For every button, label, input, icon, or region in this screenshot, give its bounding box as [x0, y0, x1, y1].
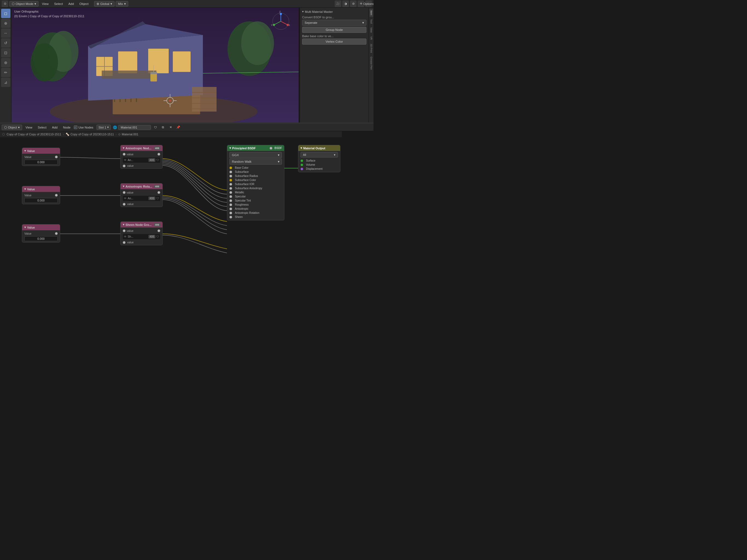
node-view-menu[interactable]: View — [23, 125, 34, 130]
viewport-3d[interactable]: Z X Y User Orthographic (0) Envirn | Cop… — [11, 8, 299, 123]
node-node-menu[interactable]: Node — [61, 125, 73, 130]
metallic-socket[interactable] — [229, 191, 232, 194]
material-dropdown[interactable]: Material.001 — [118, 125, 151, 130]
vr-tab[interactable]: VR — [369, 35, 373, 42]
view-menu[interactable]: View — [40, 2, 51, 6]
collapse-icon: ▾ — [123, 146, 124, 150]
select-tool-button[interactable]: ◻ — [1, 9, 10, 18]
all-dropdown[interactable]: All ▾ — [301, 152, 338, 157]
displacement-socket[interactable] — [301, 168, 303, 170]
base-color-socket[interactable] — [229, 167, 232, 169]
value-output-socket-2[interactable] — [55, 194, 58, 197]
sheen-input-socket[interactable] — [123, 229, 126, 232]
sheen-socket[interactable] — [229, 216, 232, 219]
volume-socket[interactable] — [301, 163, 303, 166]
viewport-shading-icon[interactable]: ◑ — [342, 1, 349, 7]
sheen-output-socket[interactable] — [157, 229, 160, 232]
slot-dropdown[interactable]: Slot 1 ▾ — [97, 125, 111, 130]
move-button[interactable]: ↔ — [1, 28, 10, 38]
anisotropic-socket[interactable] — [229, 207, 232, 210]
aniso-bottom-socket-1[interactable] — [123, 164, 126, 167]
socket-row-anisotropic: Anisotropic — [229, 207, 282, 211]
roughness-socket[interactable] — [229, 203, 232, 206]
3d-print-tab[interactable]: 3D-Print — [369, 42, 373, 54]
subsurface-radius-socket[interactable] — [229, 175, 232, 177]
value-output-socket-3[interactable] — [55, 232, 58, 235]
subsurface-socket[interactable] — [229, 171, 232, 173]
subsurface-ior-socket[interactable] — [229, 183, 232, 186]
bsdf-output-socket[interactable] — [269, 147, 272, 150]
sheen-sub-label: Sh... — [128, 235, 133, 238]
subsurface-color-socket[interactable] — [229, 179, 232, 182]
value-node-3[interactable]: ▾ Value Value 0.000 — [22, 224, 60, 243]
socket-row-surface: Surface — [301, 159, 338, 163]
mix-dropdown[interactable]: Mix ▾ — [115, 1, 128, 6]
ggx-dropdown[interactable]: GGX ▾ — [229, 152, 282, 158]
random-walk-dropdown[interactable]: Random Walk ▾ — [229, 159, 282, 164]
value-field-3[interactable]: 0.000 — [24, 236, 58, 241]
aniso-output-socket-2[interactable] — [157, 191, 160, 194]
tool-tab[interactable]: Tool — [369, 18, 373, 25]
surface-socket[interactable] — [301, 159, 303, 162]
node-select-menu[interactable]: Select — [35, 125, 49, 130]
anisotropic-node-2[interactable]: ▾ Anisotropic Rota... 406 value 👁 An... … — [120, 183, 163, 207]
node-mode-dropdown[interactable]: ⬡ Object ▾ — [2, 125, 22, 130]
socket-row-displacement: Displacement — [301, 167, 338, 171]
breadcrumb-item-2[interactable]: 🦴 Copy of Copy of 20230110-1511 — [66, 133, 114, 136]
material-pin-icon[interactable]: 📌 — [175, 124, 182, 131]
overlay-icon[interactable]: ⊘ — [350, 1, 357, 7]
aniso-output-socket-1[interactable] — [157, 153, 160, 156]
subsurface-ior-label: Subsurface IOR — [235, 183, 254, 186]
material-copy-icon[interactable]: ⧉ — [160, 124, 166, 131]
sheen-bottom-socket[interactable] — [123, 241, 126, 244]
aniso-input-socket-1[interactable] — [123, 153, 126, 156]
item-tab[interactable]: Item — [369, 9, 373, 17]
options-button[interactable]: Options — [365, 1, 372, 7]
add-menu[interactable]: Add — [66, 2, 76, 6]
specular-tint-socket[interactable] — [229, 199, 232, 202]
scale-button[interactable]: ⊡ — [1, 48, 10, 57]
anisotropic-node-1[interactable]: ▾ Anisotropic Nod... 406 value 👁 An... 4… — [120, 145, 163, 169]
value-output-socket-1[interactable] — [55, 156, 58, 158]
node-canvas[interactable]: ▾ Value Value 0.000 ▾ Value Value 0.000 … — [0, 137, 374, 280]
viewport-node-divider[interactable] — [0, 123, 374, 124]
vertex-color-button[interactable]: Vertex Color — [302, 39, 366, 45]
annotate-button[interactable]: ✏ — [1, 68, 10, 77]
breadcrumb-item-3[interactable]: ⊙ Material.001 — [118, 133, 138, 136]
anisotropic-rotation-socket[interactable] — [229, 212, 232, 214]
value-node-1[interactable]: ▾ Value Value 0.000 — [22, 148, 60, 166]
render-icon[interactable]: 🎥 — [335, 1, 341, 7]
grease-pen-tab[interactable]: Grease Pen — [369, 55, 373, 71]
view-tab[interactable]: View — [369, 26, 373, 34]
value-field-2[interactable]: 0.000 — [24, 198, 58, 203]
object-menu[interactable]: Object — [77, 2, 91, 6]
principled-bsdf-node[interactable]: ▾ Principled BSDF BSDF GGX ▾ Random Walk… — [227, 145, 284, 221]
value-node-2-body: Value 0.000 — [22, 192, 60, 204]
bsdf-label: BSDF — [275, 147, 282, 150]
anisotropic-rotation-label: Anisotropic Rotation — [235, 211, 259, 214]
material-close-icon[interactable]: ✕ — [168, 124, 174, 131]
value-node-2[interactable]: ▾ Value Value 0.000 — [22, 186, 60, 204]
subsurface-aniso-label: Subsurface Anisotropy — [235, 187, 262, 190]
node-add-menu[interactable]: Add — [50, 125, 60, 130]
group-node-button[interactable]: Group Node — [302, 27, 366, 33]
mix-label: Mix — [118, 2, 123, 5]
aniso-input-socket-2[interactable] — [123, 191, 126, 194]
displacement-label: Displacement — [306, 167, 323, 170]
use-nodes-checkbox[interactable] — [74, 126, 77, 129]
select-menu[interactable]: Select — [52, 2, 65, 6]
cursor-button[interactable]: ⊕ — [1, 19, 10, 28]
object-mode-dropdown[interactable]: ⬡ Object Mode ▾ — [9, 1, 38, 6]
aniso-bottom-socket-2[interactable] — [123, 203, 126, 206]
value-field-1[interactable]: 0.000 — [24, 160, 58, 164]
measure-button[interactable]: ⊿ — [1, 78, 10, 87]
material-output-node[interactable]: ▾ Material Output All ▾ Surface Volume D — [298, 145, 340, 172]
subsurface-aniso-socket[interactable] — [229, 187, 232, 190]
separate-dropdown[interactable]: Seperate ▾ — [302, 20, 366, 26]
breadcrumb-item-1[interactable]: Copy of Copy of Copy of 20230110-1511 — [6, 133, 61, 136]
specular-socket[interactable] — [229, 195, 232, 198]
sheen-node-group[interactable]: ▾ Sheen Node Gro... 406 value 👁 Sh... 40… — [120, 222, 163, 245]
transform-button[interactable]: ⊛ — [1, 58, 10, 67]
transform-global-dropdown[interactable]: ⊕ Global ▾ — [94, 1, 114, 6]
rotate-button[interactable]: ↺ — [1, 38, 10, 48]
